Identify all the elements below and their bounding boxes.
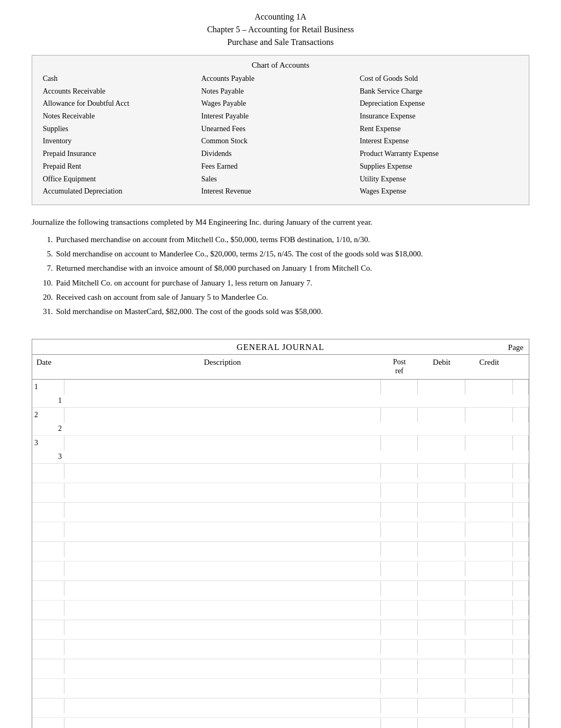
journal-desc-cell[interactable]: [381, 561, 418, 576]
journal-date-cell[interactable]: [64, 483, 381, 498]
journal-postref-cell[interactable]: [418, 542, 465, 557]
chart-col-3: Cost of Goods SoldBank Service ChargeDep…: [360, 73, 518, 197]
journal-desc-cell[interactable]: [381, 408, 418, 422]
journal-postref-cell[interactable]: [418, 698, 465, 713]
journal-debit-cell[interactable]: [465, 698, 513, 713]
journal-postref-cell[interactable]: [418, 380, 465, 394]
journal-desc-cell[interactable]: [381, 581, 418, 596]
journal-credit-cell[interactable]: [513, 503, 529, 518]
journal-row: [32, 718, 529, 728]
journal-postref-cell[interactable]: [418, 601, 465, 615]
journal-debit-cell[interactable]: [465, 601, 513, 615]
journal-date-cell[interactable]: [64, 436, 381, 450]
journal-postref-cell[interactable]: [418, 718, 465, 728]
journal-credit-cell[interactable]: [513, 698, 529, 713]
journal-desc-cell[interactable]: [381, 464, 418, 478]
journal-desc-cell[interactable]: [381, 679, 418, 694]
journal-debit-cell[interactable]: [465, 380, 513, 394]
instructions-text: Journalize the following transactions co…: [32, 216, 529, 228]
journal-credit-cell[interactable]: [513, 718, 529, 728]
journal-postref-cell[interactable]: [418, 620, 465, 635]
journal-credit-cell[interactable]: [513, 620, 529, 635]
row-left-num: [32, 542, 64, 557]
journal-desc-cell[interactable]: [381, 620, 418, 635]
journal-credit-cell[interactable]: [513, 380, 529, 394]
journal-debit-cell[interactable]: [465, 718, 513, 728]
journal-credit-cell[interactable]: [513, 408, 529, 422]
journal-postref-cell[interactable]: [418, 408, 465, 422]
row-right-num: 3: [32, 450, 64, 463]
col-header-debit: Debit: [418, 357, 465, 377]
journal-desc-cell[interactable]: [381, 436, 418, 450]
journal-date-cell[interactable]: [64, 620, 381, 635]
journal-date-cell[interactable]: [64, 601, 381, 615]
journal-date-cell[interactable]: [64, 380, 381, 394]
journal-credit-cell[interactable]: [513, 601, 529, 615]
chart-account-item: Inventory: [43, 135, 201, 147]
journal-desc-cell[interactable]: [381, 698, 418, 713]
trans-num: 5.: [37, 248, 56, 260]
journal-credit-cell[interactable]: [513, 581, 529, 596]
journal-debit-cell[interactable]: [465, 483, 513, 498]
journal-date-cell[interactable]: [64, 698, 381, 713]
journal-credit-cell[interactable]: [513, 561, 529, 576]
journal-credit-cell[interactable]: [513, 542, 529, 557]
page-header: Accounting 1A Chapter 5 – Accounting for…: [32, 11, 529, 49]
journal-desc-cell[interactable]: [381, 483, 418, 498]
journal-debit-cell[interactable]: [465, 542, 513, 557]
journal-credit-cell[interactable]: [513, 640, 529, 655]
journal-debit-cell[interactable]: [465, 640, 513, 655]
row-right-num: [32, 694, 64, 698]
journal-debit-cell[interactable]: [465, 408, 513, 422]
journal-date-cell[interactable]: [64, 522, 381, 537]
journal-date-cell[interactable]: [64, 542, 381, 557]
journal-desc-cell[interactable]: [381, 659, 418, 674]
trans-num: 20.: [37, 291, 56, 303]
journal-postref-cell[interactable]: [418, 679, 465, 694]
journal-debit-cell[interactable]: [465, 561, 513, 576]
journal-debit-cell[interactable]: [465, 581, 513, 596]
journal-debit-cell[interactable]: [465, 464, 513, 478]
journal-date-cell[interactable]: [64, 640, 381, 655]
journal-debit-cell[interactable]: [465, 679, 513, 694]
journal-desc-cell[interactable]: [381, 503, 418, 518]
row-right-num: [32, 537, 64, 541]
journal-desc-cell[interactable]: [381, 601, 418, 615]
journal-date-cell[interactable]: [64, 561, 381, 576]
journal-postref-cell[interactable]: [418, 581, 465, 596]
journal-date-cell[interactable]: [64, 464, 381, 478]
journal-debit-cell[interactable]: [465, 436, 513, 450]
journal-date-cell[interactable]: [64, 503, 381, 518]
journal-credit-cell[interactable]: [513, 659, 529, 674]
journal-postref-cell[interactable]: [418, 522, 465, 537]
journal-desc-cell[interactable]: [381, 542, 418, 557]
journal-debit-cell[interactable]: [465, 503, 513, 518]
journal-desc-cell[interactable]: [381, 380, 418, 394]
journal-debit-cell[interactable]: [465, 522, 513, 537]
journal-credit-cell[interactable]: [513, 464, 529, 478]
journal-date-cell[interactable]: [64, 679, 381, 694]
journal-date-cell[interactable]: [64, 718, 381, 728]
journal-row: [32, 640, 529, 659]
journal-postref-cell[interactable]: [418, 436, 465, 450]
journal-desc-cell[interactable]: [381, 640, 418, 655]
journal-date-cell[interactable]: [64, 659, 381, 674]
transaction-item: 10.Paid Mitchell Co. on account for purc…: [37, 277, 529, 289]
journal-postref-cell[interactable]: [418, 561, 465, 576]
journal-credit-cell[interactable]: [513, 679, 529, 694]
journal-debit-cell[interactable]: [465, 659, 513, 674]
journal-credit-cell[interactable]: [513, 436, 529, 450]
journal-date-cell[interactable]: [64, 581, 381, 596]
journal-desc-cell[interactable]: [381, 718, 418, 728]
journal-postref-cell[interactable]: [418, 640, 465, 655]
journal-debit-cell[interactable]: [465, 620, 513, 635]
journal-desc-cell[interactable]: [381, 522, 418, 537]
journal-header: GENERAL JOURNAL Page: [32, 339, 529, 355]
journal-date-cell[interactable]: [64, 408, 381, 422]
journal-postref-cell[interactable]: [418, 503, 465, 518]
journal-postref-cell[interactable]: [418, 464, 465, 478]
journal-credit-cell[interactable]: [513, 522, 529, 537]
journal-postref-cell[interactable]: [418, 659, 465, 674]
journal-credit-cell[interactable]: [513, 483, 529, 498]
journal-postref-cell[interactable]: [418, 483, 465, 498]
